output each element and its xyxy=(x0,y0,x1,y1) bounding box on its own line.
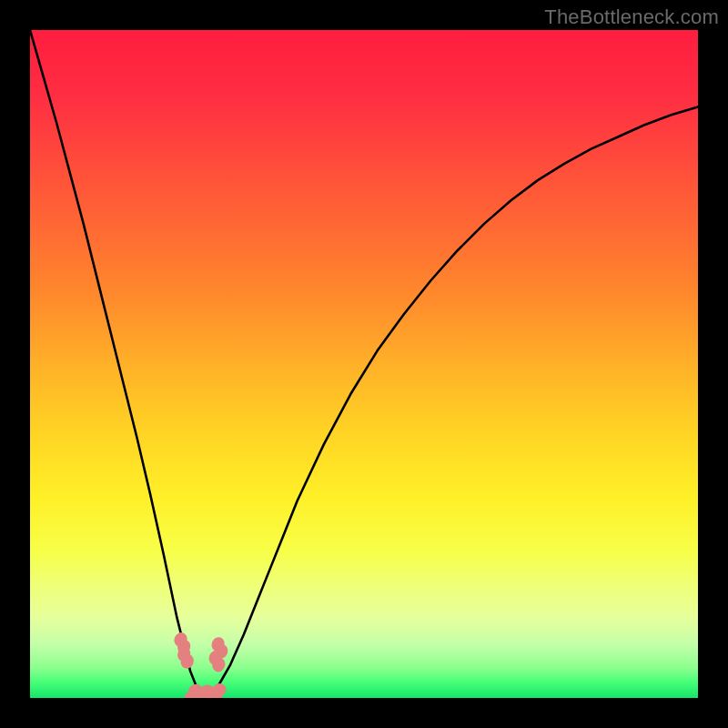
left-marker-bottom xyxy=(174,645,197,671)
plot-area xyxy=(30,30,698,698)
bottleneck-curve xyxy=(30,30,698,694)
watermark-text: TheBottleneck.com xyxy=(544,5,719,29)
chart-frame: TheBottleneck.com xyxy=(0,0,728,728)
chart-overlay xyxy=(30,30,698,698)
